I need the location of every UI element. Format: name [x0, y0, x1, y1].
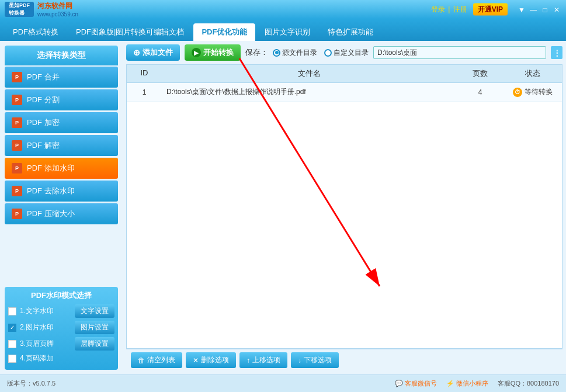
table-header: ID 文件名 页数 状态 [127, 65, 562, 83]
decrypt-icon: P [12, 140, 22, 151]
main-area: 选择转换类型 P PDF 合并 P PDF 分割 P PDF 加密 P PDF … [0, 41, 566, 374]
radio-custom-dot [324, 49, 332, 57]
sidebar-item-label: PDF 解密 [27, 140, 60, 151]
down-icon: ↓ [298, 356, 301, 365]
sidebar-item-encrypt[interactable]: P PDF 加密 [5, 112, 118, 133]
pagenum-checkbox[interactable] [8, 355, 16, 363]
content-area: ⊕ 添加文件 ▶ 开始转换 保存： 源文件目录 自定义目录 [123, 41, 566, 374]
more-options-btn[interactable]: ⋮ [551, 46, 562, 59]
wechat-link[interactable]: 💬 客服微信号 [395, 379, 437, 388]
start-convert-button[interactable]: ▶ 开始转换 [185, 44, 241, 61]
clear-icon: 🗑 [138, 356, 145, 365]
radio-source-label: 源文件目录 [282, 48, 317, 58]
version-label: 版本号：v5.0.7.5 [7, 379, 55, 388]
sidebar-item-watermark-add[interactable]: P PDF 添加水印 [5, 158, 118, 179]
sidebar-item-label: PDF 加密 [27, 117, 60, 128]
up-label: 上移选项 [252, 355, 280, 365]
delete-icon: ✕ [193, 356, 199, 365]
radio-custom-label: 自定义目录 [334, 48, 369, 58]
login-btn[interactable]: 登录 | 注册 [430, 5, 468, 15]
compress-icon: P [12, 209, 22, 219]
image-watermark-checkbox[interactable]: ✓ [8, 324, 16, 332]
watermark-option-pagenum: 4.页码添加 [8, 353, 114, 363]
sidebar-item-watermark-remove[interactable]: P PDF 去除水印 [5, 181, 118, 202]
status-badge: ⏱ 等待转换 [513, 87, 553, 97]
status-text: 等待转换 [525, 87, 553, 97]
col-header-status: 状态 [504, 65, 562, 82]
vip-btn[interactable]: 开通VIP [473, 4, 508, 16]
cell-filename: D:\tools\桌面\文件\数据上报操作说明手册.pdf [162, 83, 457, 101]
sidebar-item-label: PDF 分割 [27, 95, 60, 105]
settings-icon[interactable]: ▼ [517, 5, 526, 14]
logo-text: 星如PDF转换器 [9, 2, 30, 17]
nav-bar: PDF格式转换 PDF图象版|图片转换可编辑文档 PDF优化功能 图片文字识别 … [0, 19, 566, 41]
site-url: www.pc0359.cn [37, 11, 78, 18]
qq-label: 客服QQ：800180170 [498, 379, 559, 388]
image-watermark-settings-btn[interactable]: 图片设置 [75, 321, 114, 334]
tab-pdf-optimize[interactable]: PDF优化功能 [193, 23, 255, 41]
clear-label: 清空列表 [147, 355, 175, 365]
col-header-filename: 文件名 [162, 65, 457, 82]
footer-settings-btn[interactable]: 层脚设置 [75, 337, 114, 351]
sidebar-title: 选择转换类型 [5, 46, 118, 65]
file-table: ID 文件名 页数 状态 1 D:\tools\桌面\文件\数据上报操作说明手册… [126, 64, 562, 349]
bottom-bar: 🗑 清空列表 ✕ 删除选项 ↑ 上移选项 ↓ 下移选项 [126, 349, 562, 371]
status-right: 💬 客服微信号 ⚡ 微信小程序 客服QQ：800180170 [395, 379, 559, 388]
mini-program-icon: ⚡ [446, 380, 454, 387]
cell-status: ⏱ 等待转换 [504, 83, 562, 101]
text-watermark-settings-btn[interactable]: 文字设置 [75, 304, 114, 318]
up-icon: ↑ [246, 356, 250, 365]
cell-id: 1 [127, 83, 162, 101]
move-down-btn[interactable]: ↓ 下移选项 [291, 352, 339, 368]
tab-extend[interactable]: 特色扩展功能 [320, 23, 381, 41]
save-path-input[interactable] [373, 46, 546, 59]
split-icon: P [12, 95, 22, 105]
minimize-btn[interactable]: — [529, 5, 538, 14]
table-row[interactable]: 1 D:\tools\桌面\文件\数据上报操作说明手册.pdf 4 ⏱ 等待转换 [127, 83, 562, 102]
radio-source-dot [273, 49, 280, 57]
text-watermark-checkbox[interactable] [8, 307, 16, 315]
watermark-remove-icon: P [12, 186, 22, 196]
sidebar-item-label: PDF 合并 [27, 72, 60, 82]
mini-program-link[interactable]: ⚡ 微信小程序 [446, 379, 488, 388]
col-header-pages: 页数 [457, 65, 504, 82]
sidebar: 选择转换类型 P PDF 合并 P PDF 分割 P PDF 加密 P PDF … [0, 41, 123, 374]
site-name: 河东软件网 [37, 1, 78, 11]
footer-checkbox[interactable] [8, 340, 16, 348]
add-icon: ⊕ [133, 48, 140, 57]
encrypt-icon: P [12, 117, 22, 128]
status-icon: ⏱ [513, 88, 522, 97]
merge-icon: P [12, 72, 22, 82]
move-up-btn[interactable]: ↑ 上移选项 [239, 352, 287, 368]
radio-group: 源文件目录 自定义目录 [273, 48, 369, 58]
tab-pdf-format[interactable]: PDF格式转换 [5, 23, 67, 41]
maximize-btn[interactable]: □ [540, 5, 550, 14]
tab-ocr[interactable]: 图片文字识别 [256, 23, 318, 41]
add-file-button[interactable]: ⊕ 添加文件 [126, 44, 180, 61]
sidebar-item-split[interactable]: P PDF 分割 [5, 89, 118, 110]
radio-custom[interactable]: 自定义目录 [324, 48, 369, 58]
sidebar-item-compress[interactable]: P PDF 压缩大小 [5, 203, 118, 224]
toolbar: ⊕ 添加文件 ▶ 开始转换 保存： 源文件目录 自定义目录 [126, 44, 562, 61]
start-label: 开始转换 [203, 47, 234, 58]
save-label: 保存： [245, 47, 268, 58]
add-file-label: 添加文件 [143, 47, 173, 58]
delete-btn[interactable]: ✕ 删除选项 [186, 352, 236, 368]
watermark-option-text: 1.文字水印 文字设置 [8, 304, 114, 318]
watermark-panel-title: PDF水印模式选择 [8, 290, 114, 301]
radio-source[interactable]: 源文件目录 [273, 48, 317, 58]
col-header-id: ID [127, 65, 162, 82]
tab-pdf-image[interactable]: PDF图象版|图片转换可编辑文档 [68, 23, 192, 41]
delete-label: 删除选项 [201, 355, 229, 365]
watermark-option-footer: 3.页眉页脚 层脚设置 [8, 337, 114, 351]
sidebar-item-label: PDF 压缩大小 [27, 209, 75, 219]
window-controls: ▼ — □ ✕ [517, 5, 561, 14]
wechat-label: 客服微信号 [405, 379, 437, 388]
title-bar-right: 登录 | 注册 开通VIP ▼ — □ ✕ [430, 4, 561, 16]
close-btn[interactable]: ✕ [552, 5, 561, 14]
sidebar-item-decrypt[interactable]: P PDF 解密 [5, 135, 118, 156]
clear-list-btn[interactable]: 🗑 清空列表 [131, 352, 182, 368]
status-bar: 版本号：v5.0.7.5 💬 客服微信号 ⚡ 微信小程序 客服QQ：800180… [0, 374, 566, 392]
sidebar-item-label: PDF 添加水印 [27, 163, 75, 174]
sidebar-item-merge[interactable]: P PDF 合并 [5, 67, 118, 88]
